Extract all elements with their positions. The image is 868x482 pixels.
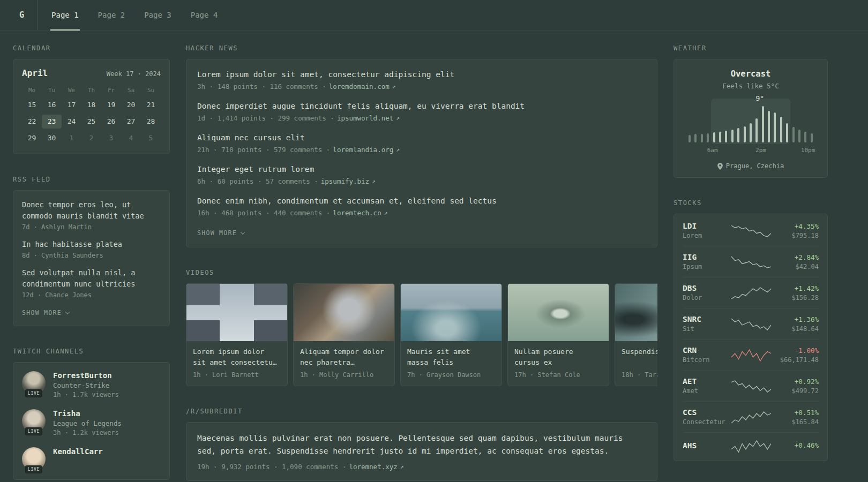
stock-change: +2.84% xyxy=(773,253,819,261)
stock-identity: IIG Ipsum xyxy=(683,253,730,270)
video-card[interactable]: Nullam posuere cursus ex 17h · Stefan Co… xyxy=(507,283,609,386)
weather-widget-title: WEATHER xyxy=(674,44,828,52)
calendar-day: 22 xyxy=(22,115,42,129)
weekday-label: Th xyxy=(81,87,101,94)
video-thumbnail[interactable] xyxy=(615,284,657,341)
stock-name: Dolor xyxy=(683,294,730,302)
video-title[interactable]: Lorem ipsum dolor sit amet consectetu… xyxy=(193,347,281,367)
item-domain-link[interactable]: loremtech.co xyxy=(333,209,381,217)
rss-item-title[interactable]: In hac habitasse platea xyxy=(22,239,161,250)
weather-card: Overcast Feels like 5°C 9° 6am 2pm 10pm … xyxy=(674,59,828,178)
rss-show-more-button[interactable]: SHOW MORE xyxy=(22,309,69,317)
stock-row[interactable]: SNRC Sit +1.36% $148.64 xyxy=(683,308,819,339)
stock-row[interactable]: DBS Dolor +1.42% $156.28 xyxy=(683,277,819,308)
tab-page-3[interactable]: Page 3 xyxy=(143,0,173,30)
twitch-channel-row[interactable]: LIVE KendallCarr xyxy=(22,447,161,471)
external-link-icon: ↗ xyxy=(396,146,400,153)
hackernews-show-more-button[interactable]: SHOW MORE xyxy=(197,229,244,237)
video-thumbnail[interactable] xyxy=(186,284,287,341)
hackernews-item-title[interactable]: Aliquam nec cursus elit xyxy=(197,132,646,144)
stock-identity: CCS Consectetur xyxy=(683,408,730,426)
channel-category[interactable]: Counter-Strike xyxy=(53,381,119,389)
hackernews-item-meta: 16h · 468 points · 440 comments · loremt… xyxy=(197,209,646,217)
hackernews-item-meta: 1d · 1,414 points · 299 comments · ipsum… xyxy=(197,114,646,122)
channel-category[interactable]: League of Legends xyxy=(53,419,122,427)
video-card[interactable]: Lorem ipsum dolor sit amet consectetu… 1… xyxy=(186,283,288,386)
videos-widget: VIDEOS Lorem ipsum dolor sit amet consec… xyxy=(186,269,657,386)
item-domain-link[interactable]: loremlandia.org xyxy=(333,146,393,154)
app-logo[interactable]: G xyxy=(13,0,38,30)
video-title[interactable]: Mauris sit amet massa felis xyxy=(407,347,495,367)
item-domain-link[interactable]: loremdomain.com xyxy=(329,82,390,91)
stock-symbol: LDI xyxy=(683,222,730,230)
stock-row[interactable]: CRN Bitcorn -1.00% $66,171.48 xyxy=(683,339,819,370)
stock-name: Bitcorn xyxy=(683,356,730,364)
hackernews-item-title[interactable]: Donec enim nibh, condimentum et accumsan… xyxy=(197,195,646,207)
hackernews-item-title[interactable]: Integer eget rutrum lorem xyxy=(197,164,646,175)
external-link-icon: ↗ xyxy=(392,83,396,90)
rss-item-title[interactable]: Donec tempor eros leo, ut commodo mauris… xyxy=(22,199,161,222)
hackernews-item-meta: 21h · 710 points · 579 comments · loreml… xyxy=(197,146,646,154)
rss-item-title[interactable]: Sed volutpat nulla nisl, a condimentum n… xyxy=(22,267,161,290)
channel-name[interactable]: ForrestBurton xyxy=(53,371,119,380)
twitch-channel-row[interactable]: LIVE ForrestBurton Counter-Strike 1h · 1… xyxy=(22,371,161,398)
stock-values: +0.51% $165.84 xyxy=(773,409,819,426)
dashboard-grid: CALENDAR April Week 17 · 2024 Mo Tu We T… xyxy=(0,31,868,482)
video-card[interactable]: Mauris sit amet massa felis 7h · Grayson… xyxy=(400,283,502,386)
stock-row[interactable]: LDI Lorem +4.35% $795.18 xyxy=(683,215,819,246)
item-meta-text: 3h · 148 points · 116 comments · xyxy=(197,82,326,91)
stock-price: $795.18 xyxy=(773,232,819,239)
calendar-card: April Week 17 · 2024 Mo Tu We Th Fr Sa S… xyxy=(13,59,170,154)
twitch-channel-row[interactable]: LIVE Trisha League of Legends 3h · 1.2k … xyxy=(22,409,161,436)
external-link-icon: ↗ xyxy=(396,115,400,122)
video-title[interactable]: Nullam posuere cursus ex xyxy=(514,347,602,367)
hackernews-item: Donec imperdiet augue tincidunt felis al… xyxy=(197,101,646,122)
item-domain-link[interactable]: loremnet.xyz xyxy=(349,463,397,471)
chevron-down-icon xyxy=(65,310,70,314)
calendar-day: 18 xyxy=(81,98,101,112)
item-meta-text: 16h · 468 points · 440 comments · xyxy=(197,209,330,217)
stock-row[interactable]: CCS Consectetur +0.51% $165.84 xyxy=(683,401,819,432)
channel-name[interactable]: Trisha xyxy=(53,409,122,418)
stock-name: Ipsum xyxy=(683,263,730,270)
video-card[interactable]: Aliquam tempor dolor nec pharetra… 1h · … xyxy=(293,283,395,386)
tab-page-1[interactable]: Page 1 xyxy=(50,0,80,30)
stock-values: +4.35% $795.18 xyxy=(773,222,819,239)
calendar-week-label: Week 17 · 2024 xyxy=(107,70,161,78)
channel-info: ForrestBurton Counter-Strike 1h · 1.7k v… xyxy=(53,371,119,398)
video-card-body: Suspendisse diam 18h · Tara xyxy=(615,341,657,386)
video-thumbnail[interactable] xyxy=(401,284,502,341)
video-meta: 18h · Tara xyxy=(622,371,657,379)
external-link-icon: ↗ xyxy=(384,209,388,216)
video-thumbnail[interactable] xyxy=(508,284,609,341)
subreddit-post-meta: 19h · 9,932 points · 1,090 comments · lo… xyxy=(197,463,646,471)
channel-name[interactable]: KendallCarr xyxy=(53,447,103,456)
stock-values: +1.36% $148.64 xyxy=(773,315,819,333)
stock-symbol: CCS xyxy=(683,408,730,417)
weather-location-label: Prague, Czechia xyxy=(726,162,784,170)
video-card[interactable]: Suspendisse diam 18h · Tara xyxy=(615,283,657,386)
video-thumbnail[interactable] xyxy=(294,284,394,341)
stock-symbol: IIG xyxy=(683,253,730,261)
hackernews-item-title[interactable]: Donec imperdiet augue tincidunt felis al… xyxy=(197,101,646,112)
item-meta-text: 19h · 9,932 points · 1,090 comments · xyxy=(197,463,346,471)
tab-page-2[interactable]: Page 2 xyxy=(97,0,126,30)
stock-values: +0.46% xyxy=(773,441,819,451)
stock-identity: DBS Dolor xyxy=(683,284,730,302)
video-title[interactable]: Aliquam tempor dolor nec pharetra… xyxy=(300,347,388,367)
stock-row[interactable]: AET Amet +0.92% $499.72 xyxy=(683,370,819,401)
stock-row[interactable]: IIG Ipsum +2.84% $42.04 xyxy=(683,246,819,277)
stock-symbol: AET xyxy=(683,377,730,386)
stock-row[interactable]: AHS +0.46% xyxy=(683,432,819,460)
channel-avatar: LIVE xyxy=(22,447,46,471)
item-meta-text: 6h · 60 points · 57 comments · xyxy=(197,177,318,185)
external-link-icon: ↗ xyxy=(400,463,404,470)
item-domain-link[interactable]: ipsumify.biz xyxy=(321,177,369,185)
stock-price: $148.64 xyxy=(773,325,819,333)
video-title[interactable]: Suspendisse diam xyxy=(622,347,657,367)
hackernews-item-title[interactable]: Lorem ipsum dolor sit amet, consectetur … xyxy=(197,69,646,80)
subreddit-post-title[interactable]: Maecenas mollis pulvinar erat non posuer… xyxy=(197,432,646,458)
item-domain-link[interactable]: ipsumworld.net xyxy=(337,114,393,122)
tab-page-4[interactable]: Page 4 xyxy=(190,0,219,30)
calendar-day: 29 xyxy=(22,131,42,145)
